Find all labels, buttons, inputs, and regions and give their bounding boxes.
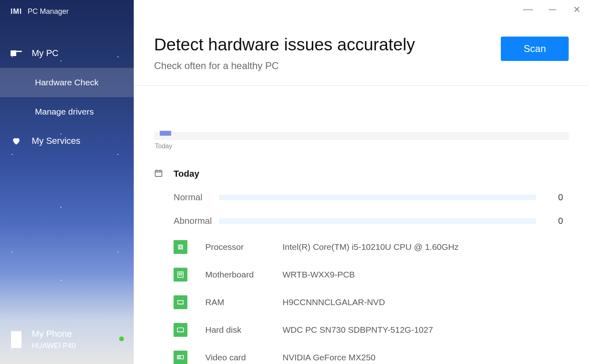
gpu-icon <box>174 351 187 364</box>
phone-icon <box>11 331 22 348</box>
menu-icon[interactable] <box>523 5 533 15</box>
sidebar-item-hardware-check[interactable]: Hardware Check <box>0 68 134 97</box>
timeline[interactable] <box>154 132 569 140</box>
section-header: Today <box>154 169 569 179</box>
svg-point-8 <box>178 356 180 358</box>
timeline-marker <box>160 131 171 136</box>
main: ✕ Detect hardware issues accurately Chec… <box>134 0 589 364</box>
status-label: Normal <box>174 192 219 203</box>
hardware-label: Video card <box>205 353 283 362</box>
status-count: 0 <box>552 216 569 226</box>
sidebar-item-my-services[interactable]: My Services <box>0 126 134 156</box>
svg-rect-6 <box>178 328 184 332</box>
app-logo-icon: IMI <box>11 7 22 16</box>
content: Today Today Normal 0 Abnormal 0 Processo… <box>134 86 589 364</box>
sidebar-item-label: My PC <box>32 48 59 58</box>
phone-title: My Phone <box>32 329 76 339</box>
motherboard-icon <box>174 268 187 282</box>
disk-icon <box>174 323 187 337</box>
hardware-row-hard-disk[interactable]: Hard disk WDC PC SN730 SDBPNTY-512G-1027 <box>154 323 569 337</box>
sidebar: IMI PC Manager My PC Hardware Check Mana… <box>0 0 134 364</box>
sidebar-item-label: Hardware Check <box>35 78 98 87</box>
hardware-row-video-card[interactable]: Video card NVIDIA GeForce MX250 <box>154 351 569 364</box>
app-title: PC Manager <box>28 7 69 16</box>
hardware-label: Processor <box>205 242 283 252</box>
svg-rect-2 <box>180 246 182 248</box>
phone-model: HUAWEI P40 <box>32 342 76 350</box>
section-title: Today <box>174 169 199 179</box>
status-count: 0 <box>552 192 569 203</box>
hardware-value: H9CCNNNCLGALAR-NVD <box>283 297 385 307</box>
laptop-icon <box>11 50 22 56</box>
hardware-label: Hard disk <box>205 325 283 335</box>
svg-rect-4 <box>179 273 182 275</box>
hardware-value: WDC PC SN730 SDBPNTY-512G-1027 <box>283 325 433 335</box>
timeline-label: Today <box>155 143 569 150</box>
hardware-row-processor[interactable]: Processor Intel(R) Core(TM) i5-10210U CP… <box>154 240 569 254</box>
status-row-normal: Normal 0 <box>154 192 569 203</box>
sidebar-item-label: My Services <box>32 136 80 146</box>
window-controls: ✕ <box>523 5 582 15</box>
status-row-abnormal: Abnormal 0 <box>154 216 569 226</box>
svg-rect-1 <box>178 245 183 249</box>
phone-status-dot-icon <box>119 336 124 341</box>
status-label: Abnormal <box>174 216 219 226</box>
hardware-value: NVIDIA GeForce MX250 <box>283 353 376 362</box>
svg-rect-5 <box>178 301 183 304</box>
sidebar-item-my-pc[interactable]: My PC <box>0 39 134 68</box>
sidebar-item-manage-drivers[interactable]: Manage drivers <box>0 97 134 126</box>
page-header: Detect hardware issues accurately Check … <box>134 0 589 86</box>
minimize-icon[interactable] <box>548 5 557 15</box>
sidebar-footer[interactable]: My Phone HUAWEI P40 <box>0 329 134 364</box>
svg-rect-0 <box>155 171 162 177</box>
status-bar-abnormal <box>219 218 536 224</box>
hardware-row-motherboard[interactable]: Motherboard WRTB-WXX9-PCB <box>154 268 569 282</box>
calendar-icon <box>154 169 163 179</box>
hardware-label: Motherboard <box>205 270 283 280</box>
sidebar-nav: My PC Hardware Check Manage drivers My S… <box>0 39 134 156</box>
page-subtitle: Check often for a healthy PC <box>154 60 501 72</box>
page-title: Detect hardware issues accurately <box>154 35 501 54</box>
cpu-icon <box>174 240 187 254</box>
phone-info: My Phone HUAWEI P40 <box>32 329 76 350</box>
close-icon[interactable]: ✕ <box>572 5 582 15</box>
sidebar-item-label: Manage drivers <box>35 107 94 117</box>
hardware-value: Intel(R) Core(TM) i5-10210U CPU @ 1.60GH… <box>283 242 459 252</box>
app-header: IMI PC Manager <box>0 0 134 16</box>
hardware-label: RAM <box>205 297 283 307</box>
hardware-value: WRTB-WXX9-PCB <box>283 270 355 280</box>
status-bar-normal <box>219 195 536 200</box>
scan-button[interactable]: Scan <box>501 37 569 61</box>
heart-icon <box>11 136 22 146</box>
ram-icon <box>174 295 187 309</box>
hardware-row-ram[interactable]: RAM H9CCNNNCLGALAR-NVD <box>154 295 569 309</box>
